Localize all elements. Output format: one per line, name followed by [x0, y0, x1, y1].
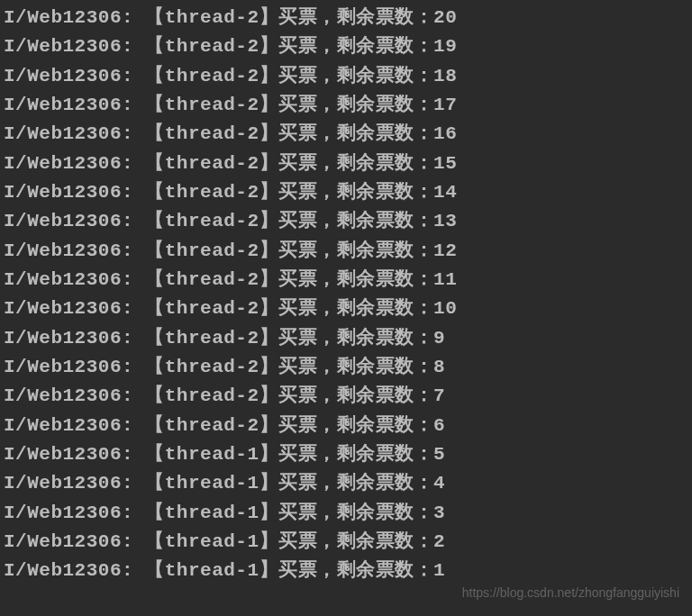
- log-tag: I/Web12306:: [4, 36, 145, 57]
- action-text: 买票，剩余票数：: [278, 473, 433, 494]
- bracket-open: 【: [145, 415, 165, 436]
- bracket-close: 】: [260, 269, 279, 290]
- bracket-close: 】: [260, 328, 279, 349]
- bracket-close: 】: [260, 211, 279, 231]
- log-line: I/Web12306: 【thread-1】买票，剩余票数：1: [0, 557, 692, 585]
- log-tag: I/Web12306:: [4, 415, 145, 436]
- bracket-open: 【: [145, 560, 165, 581]
- thread-name: thread-2: [165, 123, 260, 144]
- bracket-close: 】: [260, 7, 279, 28]
- bracket-close: 】: [260, 357, 279, 377]
- thread-name: thread-2: [165, 95, 260, 115]
- log-line: I/Web12306: 【thread-2】买票，剩余票数：12: [0, 237, 692, 266]
- log-tag: I/Web12306:: [4, 211, 145, 231]
- log-tag: I/Web12306:: [4, 503, 145, 523]
- log-output: I/Web12306: 【thread-2】买票，剩余票数：20I/Web123…: [0, 4, 692, 586]
- log-line: I/Web12306: 【thread-2】买票，剩余票数：14: [0, 178, 692, 207]
- action-text: 买票，剩余票数：: [278, 66, 433, 86]
- bracket-open: 【: [145, 357, 165, 377]
- log-line: I/Web12306: 【thread-2】买票，剩余票数：17: [0, 91, 692, 120]
- log-tag: I/Web12306:: [4, 328, 145, 349]
- ticket-count: 2: [433, 531, 445, 552]
- ticket-count: 10: [433, 298, 457, 319]
- ticket-count: 15: [433, 153, 457, 174]
- thread-name: thread-2: [165, 66, 260, 86]
- bracket-open: 【: [145, 328, 165, 349]
- bracket-open: 【: [145, 473, 165, 494]
- action-text: 买票，剩余票数：: [278, 153, 433, 174]
- bracket-close: 】: [260, 444, 279, 465]
- log-tag: I/Web12306:: [4, 444, 145, 465]
- ticket-count: 13: [433, 211, 457, 231]
- thread-name: thread-2: [165, 298, 260, 319]
- log-line: I/Web12306: 【thread-2】买票，剩余票数：11: [0, 266, 692, 294]
- log-line: I/Web12306: 【thread-2】买票，剩余票数：6: [0, 412, 692, 440]
- bracket-close: 】: [260, 298, 279, 319]
- ticket-count: 18: [433, 66, 457, 86]
- thread-name: thread-1: [165, 531, 260, 552]
- action-text: 买票，剩余票数：: [278, 269, 433, 290]
- action-text: 买票，剩余票数：: [278, 503, 433, 523]
- bracket-open: 【: [145, 298, 165, 319]
- log-line: I/Web12306: 【thread-1】买票，剩余票数：3: [0, 499, 692, 528]
- thread-name: thread-1: [165, 560, 260, 581]
- bracket-close: 】: [260, 385, 279, 406]
- watermark-text: https://blog.csdn.net/zhongfangguiyishi: [462, 584, 679, 603]
- thread-name: thread-2: [165, 211, 260, 231]
- log-tag: I/Web12306:: [4, 95, 145, 115]
- bracket-open: 【: [145, 182, 165, 203]
- bracket-open: 【: [145, 444, 165, 465]
- thread-name: thread-2: [165, 385, 260, 406]
- log-tag: I/Web12306:: [4, 385, 145, 406]
- log-tag: I/Web12306:: [4, 7, 145, 28]
- bracket-open: 【: [145, 385, 165, 406]
- action-text: 买票，剩余票数：: [278, 385, 433, 406]
- log-line: I/Web12306: 【thread-2】买票，剩余票数：18: [0, 62, 692, 91]
- log-tag: I/Web12306:: [4, 473, 145, 494]
- action-text: 买票，剩余票数：: [278, 36, 433, 57]
- log-tag: I/Web12306:: [4, 182, 145, 203]
- thread-name: thread-2: [165, 357, 260, 377]
- bracket-close: 】: [260, 182, 279, 203]
- log-line: I/Web12306: 【thread-2】买票，剩余票数：19: [0, 32, 692, 61]
- action-text: 买票，剩余票数：: [278, 95, 433, 115]
- thread-name: thread-2: [165, 269, 260, 290]
- action-text: 买票，剩余票数：: [278, 444, 433, 465]
- action-text: 买票，剩余票数：: [278, 211, 433, 231]
- log-line: I/Web12306: 【thread-2】买票，剩余票数：8: [0, 353, 692, 382]
- bracket-close: 】: [260, 503, 279, 523]
- log-line: I/Web12306: 【thread-2】买票，剩余票数：13: [0, 207, 692, 236]
- bracket-close: 】: [260, 415, 279, 436]
- log-tag: I/Web12306:: [4, 240, 145, 261]
- log-line: I/Web12306: 【thread-2】买票，剩余票数：20: [0, 4, 692, 32]
- bracket-open: 【: [145, 7, 165, 28]
- log-line: I/Web12306: 【thread-1】买票，剩余票数：4: [0, 469, 692, 498]
- log-tag: I/Web12306:: [4, 560, 145, 581]
- bracket-open: 【: [145, 211, 165, 231]
- bracket-open: 【: [145, 240, 165, 261]
- ticket-count: 20: [433, 7, 457, 28]
- action-text: 买票，剩余票数：: [278, 415, 433, 436]
- ticket-count: 9: [433, 328, 445, 349]
- bracket-open: 【: [145, 503, 165, 523]
- ticket-count: 19: [433, 36, 457, 57]
- log-tag: I/Web12306:: [4, 531, 145, 552]
- thread-name: thread-1: [165, 473, 260, 494]
- bracket-open: 【: [145, 95, 165, 115]
- bracket-open: 【: [145, 531, 165, 552]
- bracket-open: 【: [145, 123, 165, 144]
- ticket-count: 14: [433, 182, 457, 203]
- log-line: I/Web12306: 【thread-1】买票，剩余票数：2: [0, 528, 692, 557]
- log-line: I/Web12306: 【thread-2】买票，剩余票数：16: [0, 120, 692, 149]
- action-text: 买票，剩余票数：: [278, 357, 433, 377]
- bracket-open: 【: [145, 36, 165, 57]
- bracket-close: 】: [260, 123, 279, 144]
- thread-name: thread-2: [165, 328, 260, 349]
- log-tag: I/Web12306:: [4, 298, 145, 319]
- bracket-open: 【: [145, 66, 165, 86]
- bracket-close: 】: [260, 560, 279, 581]
- action-text: 买票，剩余票数：: [278, 182, 433, 203]
- ticket-count: 16: [433, 123, 457, 144]
- bracket-close: 】: [260, 95, 279, 115]
- bracket-open: 【: [145, 269, 165, 290]
